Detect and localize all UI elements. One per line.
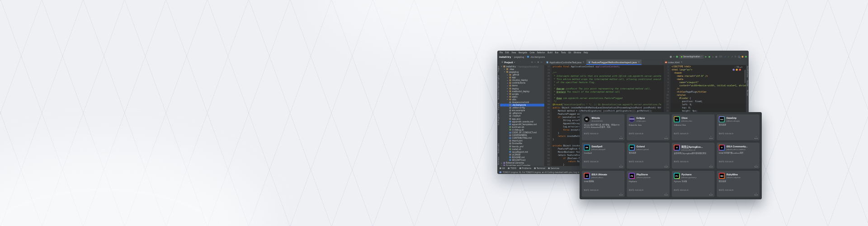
tree-expand-icon[interactable]: ▸ [507,76,509,78]
notification-green-dot[interactable] [745,56,747,58]
tree-expand-icon[interactable]: ▸ [507,88,509,89]
download-icon[interactable] [665,193,668,195]
menu-run[interactable]: Run [555,52,558,54]
toolwindow-button-problems[interactable]: Problems [519,167,531,170]
menu-tools[interactable]: Tools [561,52,566,54]
git-commit-button[interactable]: ✓ [728,56,730,58]
toolwindow-button-terminal[interactable]: Terminal [534,167,546,170]
tree-expand-icon[interactable]: ▸ [507,82,509,84]
download-icon[interactable] [620,193,623,195]
lingma-plugin-icon[interactable] [500,171,501,173]
tree-expand-icon[interactable]: ▸ [504,68,506,70]
menu-edit[interactable]: Edit [505,52,509,54]
menu-window[interactable]: Window [574,52,581,54]
stop-button[interactable]: ■ [715,56,717,58]
build-hammer-icon[interactable] [676,56,678,58]
breadcrumb-item[interactable]: .dockerignore [530,56,545,58]
download-icon[interactable] [620,165,623,167]
tree-expand-icon[interactable]: ▸ [507,74,509,75]
toolwindow-stripe-pull-requests[interactable]: Pull Requests [498,113,500,125]
breadcrumb-item[interactable]: install-try [499,56,511,58]
editor-tab-index-html[interactable]: <>index.html× [663,60,685,65]
tree-expand-icon[interactable]: ▸ [507,90,509,92]
plugin-card-dataspell[interactable]: DSDataSpelljetbrains-dataspellDataSpell版… [582,143,625,169]
tree-expand-icon[interactable]: ▸ [507,80,509,81]
download-icon[interactable] [665,165,668,167]
project-burger-icon[interactable]: ☰ [501,61,503,63]
download-icon[interactable] [755,193,758,195]
tree-expand-icon[interactable]: ▸ [507,85,509,87]
download-icon[interactable] [710,165,713,167]
plugin-card-datagrip[interactable]: DGDataGripjetbrains-datagrip暂无描述版本号: 202… [717,114,760,141]
download-icon[interactable] [710,136,713,139]
search-icon[interactable] [738,56,741,58]
collapse-all-icon[interactable]: − [534,61,536,63]
toolwindow-stripe-notifications[interactable]: Notifications [746,66,749,77]
download-icon[interactable] [755,136,758,139]
toolwindow-stripe-commit[interactable]: Commit [498,103,500,110]
tree-expand-icon[interactable]: ▸ [501,162,503,164]
plugin-card-goland[interactable]: GOGolandjetbrains-goland暂无描述版本号: 2024.06… [627,143,670,169]
toolwindow-stripe-welcome-to-github-copilot[interactable]: Welcome to GitHub Copilot [498,75,500,100]
download-icon[interactable] [710,193,713,195]
plugin-card-springboo[interactable]: IJ阿里云SpringBoo...jetbrains-idea-c-ali适合阿… [672,143,715,169]
plugin-card-rubymine[interactable]: RMRubyMinejetbrains-rubymine暂无描述版本号: 202… [717,171,760,197]
run-configuration-select[interactable]: ServerApplication ▾ [679,55,704,59]
menu-build[interactable]: Build [547,52,552,54]
tree-expand-icon[interactable]: ▸ [507,93,509,95]
menu-view[interactable]: View [511,52,516,54]
project-caret-icon[interactable]: ▾ [514,61,515,63]
toolwindow-button-todo[interactable]: TODO [508,167,517,170]
breadcrumb-item[interactable]: pageplug [514,56,524,58]
menu-help[interactable]: Help [584,52,588,54]
tree-expand-icon[interactable]: ▾ [501,66,503,67]
toolwindow-stripe-gradle[interactable]: Gradle [746,80,749,86]
tab-close-icon[interactable]: × [638,61,640,63]
tab-close-icon[interactable]: × [681,61,683,63]
toolwindow-stripe-maven[interactable]: Maven [746,89,749,95]
prev-problem-icon[interactable]: ▴ [740,66,741,68]
tree-expand-icon[interactable]: ▸ [507,96,509,98]
tree-expand-icon[interactable]: ▸ [507,99,509,100]
toolwindow-button-git[interactable]: Git [500,167,505,170]
plugin-card-pycharm[interactable]: PCPycharmjetbrains-pycharm-pPycharm 专业版版… [672,171,715,197]
settings-gear-icon[interactable]: ⚙ [735,56,736,58]
coverage-button[interactable]: ◎ [712,56,714,58]
plugin-card-eclipse[interactable]: Eclipseeclipse-javaEclipse for Java版本号: … [627,114,670,141]
tab-close-icon[interactable]: × [583,61,585,63]
editor-tab-featureflaggedmethodinvokeraspect-java[interactable]: JFeatureFlaggedMethodInvokerAspect.java× [586,60,642,65]
debug-button[interactable]: ● [708,56,710,58]
next-problem-icon[interactable]: ▾ [741,66,742,68]
download-icon[interactable] [755,165,758,167]
panel-settings-gear-icon[interactable]: ⚙ [537,61,539,63]
editor-scrollbar[interactable] [745,70,745,83]
editor-tab-applicationcontrollertest-java[interactable]: JApplicationControllerTest.java× [544,60,586,65]
project-panel-header[interactable]: ☰ Project ▾ ⊙ − ⚙ — [500,60,544,65]
locate-file-icon[interactable]: ⊙ [531,61,533,63]
notification-orange-dot[interactable] [742,56,744,58]
tree-expand-icon[interactable]: ▾ [504,71,506,73]
toolwindow-stripe-structure[interactable]: Structure [498,156,500,165]
plugin-card-clion[interactable]: CLClionjetbrains-clionJetbrains Clion版本号… [672,114,715,141]
download-icon[interactable] [620,136,623,139]
toolwindow-stripe-project[interactable]: Project [498,66,500,72]
download-icon[interactable] [665,136,668,139]
inspections-widget[interactable]: ✓ 59 ▴ ▾ [734,66,742,68]
menu-code[interactable]: Code [530,52,535,54]
plugin-card-idea-community[interactable]: IJIDEA Community...jetbrains-idea-c-code… [717,143,760,169]
plugin-card-idea-ultimate[interactable]: IJIDEA Ultimatejetbrains-idea-uIDEA 旗舰版版… [582,171,625,197]
hide-panel-icon[interactable]: — [541,61,543,63]
run-button[interactable]: ▶ [705,56,707,58]
plugin-card-phpstorm[interactable]: PSPhpStormjetbrains-phpstormPhpStorm版本号:… [627,171,670,197]
git-update-button[interactable]: ✓ [724,56,726,58]
toolwindow-stripe-bookmarks[interactable]: Bookmarks [498,143,500,153]
user-avatar-icon[interactable] [670,56,672,58]
plugin-card-whistle[interactable]: W.Whistledevtool-whistleWhistle 调试代理工具, … [582,114,625,141]
toolwindow-button-services[interactable]: Services [548,167,559,170]
git-push-button[interactable]: ↗ [731,56,733,58]
menu-git[interactable]: Git [568,52,571,54]
menu-navigate[interactable]: Navigate [519,52,527,54]
menu-file[interactable]: File [500,52,503,54]
avatar-dropdown-icon[interactable]: ▾ [673,56,674,58]
project-tree-item[interactable]: ▾install-try~/workspace/install-try [500,65,544,68]
